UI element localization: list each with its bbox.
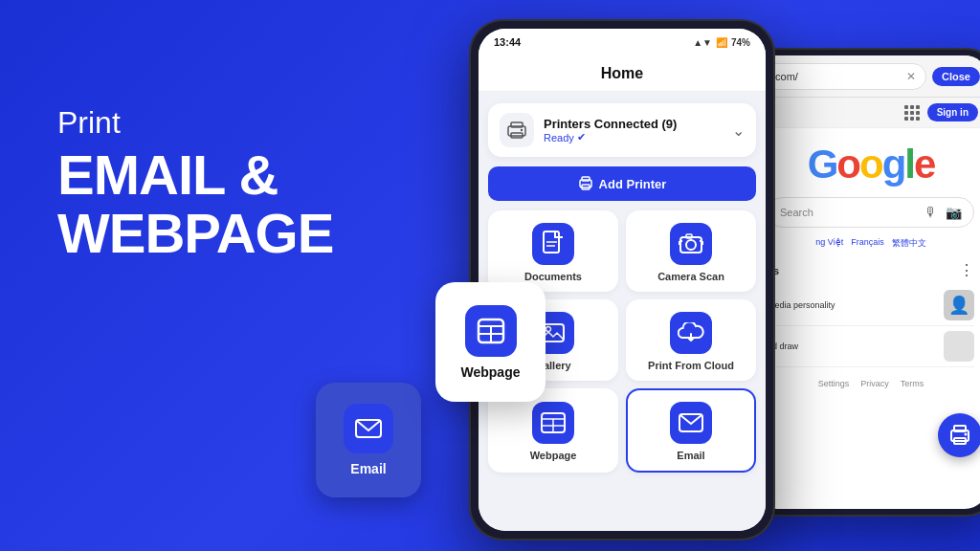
grid-camera-scan[interactable]: Camera Scan bbox=[626, 210, 756, 292]
webpage-card-label: Webpage bbox=[461, 364, 521, 380]
news-item-1[interactable]: media personality 👤 bbox=[768, 285, 974, 326]
chevron-down-icon[interactable]: ⌄ bbox=[732, 121, 745, 140]
print-from-cloud-label: Print From Cloud bbox=[648, 360, 734, 371]
privacy-link[interactable]: Privacy bbox=[860, 379, 889, 388]
printer-icon bbox=[500, 113, 534, 147]
svg-point-8 bbox=[521, 129, 523, 131]
grid-row-1: Documents Camera Sc bbox=[488, 210, 756, 292]
webpage-icon bbox=[532, 402, 574, 444]
svg-point-23 bbox=[546, 326, 551, 331]
camera-scan-label: Camera Scan bbox=[657, 271, 724, 282]
language-row: ng Việt Français 繁體中文 bbox=[815, 237, 925, 250]
email-card-label: Email bbox=[350, 461, 386, 476]
terms-link[interactable]: Terms bbox=[901, 379, 924, 388]
google-logo: Google bbox=[808, 142, 935, 187]
settings-link[interactable]: Settings bbox=[818, 379, 850, 388]
documents-label: Documents bbox=[524, 271, 582, 282]
main-title: EMAIL & WEBPAGE bbox=[57, 146, 333, 263]
browser-content: Google Search 🎙 📷 ng Việt Français 繁體中文 … bbox=[754, 128, 980, 402]
print-cloud-icon bbox=[670, 312, 712, 354]
browser-toolbar: Sign in bbox=[754, 98, 980, 128]
svg-rect-30 bbox=[954, 426, 966, 431]
webpage-icon-box bbox=[465, 305, 517, 357]
print-label: Print bbox=[57, 105, 333, 141]
browser-url[interactable]: .com/ ✕ bbox=[762, 63, 926, 90]
svg-point-32 bbox=[965, 433, 968, 436]
printer-card[interactable]: Printers Connected (9) Ready ✔ ⌄ bbox=[488, 103, 756, 157]
browser-address-bar: .com/ ✕ Close bbox=[754, 55, 980, 98]
fab-print-button[interactable] bbox=[938, 413, 980, 457]
more-options-icon[interactable]: ⋮ bbox=[959, 261, 974, 279]
browser-phone: .com/ ✕ Close Sign in Google Search 🎙 bbox=[746, 48, 980, 517]
mic-icon[interactable]: 🎙 bbox=[924, 205, 938, 220]
news-thumbnail-2 bbox=[944, 331, 974, 362]
grid-documents[interactable]: Documents bbox=[488, 210, 618, 292]
status-icons: ▲▼ 📶 74% bbox=[693, 37, 750, 48]
svg-point-16 bbox=[686, 240, 696, 250]
printer-status: Ready ✔ bbox=[544, 131, 677, 143]
sign-in-button[interactable]: Sign in bbox=[927, 103, 978, 121]
svg-rect-10 bbox=[582, 177, 590, 181]
search-bar[interactable]: Search 🎙 📷 bbox=[768, 197, 974, 228]
news-thumbnail-1: 👤 bbox=[944, 290, 974, 320]
phone-title: Home bbox=[601, 65, 643, 82]
add-printer-label: Add Printer bbox=[599, 177, 667, 191]
left-panel: Print EMAIL & WEBPAGE bbox=[57, 105, 333, 263]
news-item-2[interactable]: nd draw bbox=[768, 326, 974, 367]
printer-title: Printers Connected (9) bbox=[544, 117, 677, 131]
news-section: es ⋮ media personality 👤 nd draw bbox=[768, 261, 974, 367]
webpage-floating-card[interactable]: Webpage bbox=[435, 282, 546, 402]
browser-footer: Settings Privacy Terms bbox=[818, 379, 924, 388]
camera-search-icon[interactable]: 📷 bbox=[946, 205, 962, 220]
phone-header: Home bbox=[479, 55, 766, 92]
url-clear-button[interactable]: ✕ bbox=[906, 70, 916, 83]
svg-rect-6 bbox=[511, 122, 523, 127]
browser-close-button[interactable]: Close bbox=[932, 67, 980, 86]
add-printer-button[interactable]: Add Printer bbox=[488, 166, 756, 201]
status-time: 13:44 bbox=[494, 36, 521, 48]
documents-icon bbox=[532, 223, 574, 265]
email-icon-box bbox=[344, 404, 393, 453]
email-label: Email bbox=[677, 450, 704, 461]
phone-status-bar: 13:44 ▲▼ 📶 74% bbox=[479, 29, 766, 55]
webpage-label: Webpage bbox=[530, 450, 577, 461]
apps-grid-icon[interactable] bbox=[904, 105, 918, 121]
camera-scan-icon bbox=[670, 223, 712, 265]
email-icon bbox=[670, 402, 712, 444]
email-floating-card[interactable]: Email bbox=[316, 383, 421, 497]
phone-mockup: 13:44 ▲▼ 📶 74% Home bbox=[469, 19, 775, 540]
grid-email[interactable]: Email bbox=[626, 388, 756, 473]
svg-rect-22 bbox=[543, 324, 564, 342]
grid-print-cloud[interactable]: Print From Cloud bbox=[626, 299, 756, 381]
